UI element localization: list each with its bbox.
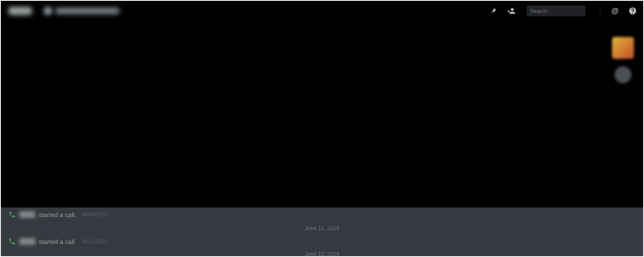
toolbar-divider (600, 6, 600, 16)
mentions-icon[interactable]: @ (610, 6, 620, 16)
call-message: started a call. 06/11/2018 (1, 234, 643, 249)
date-separator: June 13, 2018 (9, 251, 635, 256)
phone-icon (8, 211, 16, 218)
call-participants (612, 37, 634, 83)
header-toolbar: @ (1, 1, 643, 21)
username-blurred (19, 211, 35, 218)
pin-icon[interactable] (489, 6, 498, 16)
search-box[interactable] (527, 5, 586, 16)
username-blurred (19, 238, 35, 245)
participant-avatar[interactable] (615, 66, 631, 83)
date-separator: June 11, 2018 (9, 224, 635, 232)
date-separator-label: June 13, 2018 (301, 251, 343, 256)
call-message: started a call. 06/06/2018 (1, 207, 643, 222)
participant-avatar[interactable] (612, 37, 634, 59)
call-action-text: started a call. (39, 238, 76, 245)
search-input[interactable] (530, 8, 601, 14)
chat-area: started a call. 06/06/2018 June 11, 2018… (1, 207, 643, 256)
help-icon[interactable] (628, 6, 637, 16)
date-separator-label: June 11, 2018 (301, 225, 343, 231)
call-video-region (1, 1, 643, 207)
channel-title-blurred (8, 7, 119, 15)
call-date: 06/06/2018 (82, 212, 107, 218)
call-date: 06/11/2018 (82, 239, 107, 244)
phone-icon (8, 238, 16, 245)
add-friend-icon[interactable] (507, 6, 516, 16)
call-action-text: started a call. (39, 211, 76, 218)
